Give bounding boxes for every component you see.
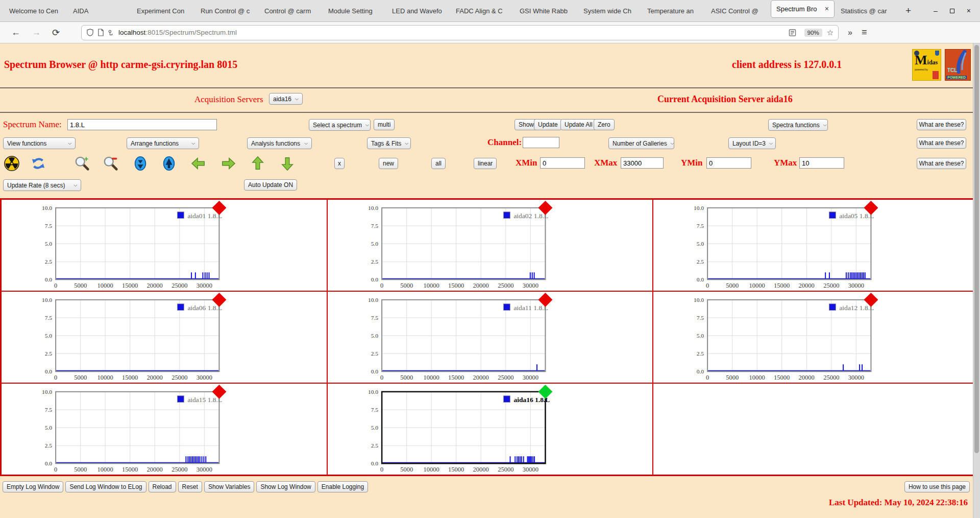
gallery-cell-aida15[interactable]: 0.02.55.07.510.0050001000015000200002500…	[1, 383, 327, 475]
footer-button-show-variables[interactable]: Show Variables	[204, 481, 255, 492]
page-scrollbar[interactable]	[973, 43, 980, 518]
browser-tab-7[interactable]: LED and Wavefo	[387, 0, 451, 22]
all-button[interactable]: all	[431, 158, 446, 169]
select-spectrum-dropdown[interactable]: Select a spectrum⌵	[309, 119, 371, 131]
arrange-functions-dropdown[interactable]: Arrange functions⌵	[127, 137, 199, 149]
browser-tab-12[interactable]: ASIC Control @	[706, 0, 770, 22]
browser-tab-4[interactable]: Run Control @ c	[195, 0, 259, 22]
browser-tab-6[interactable]: Module Setting	[323, 0, 387, 22]
legend-marker	[177, 212, 184, 219]
ymax-input[interactable]	[799, 157, 844, 169]
gallery-cell-aida16[interactable]: 0.02.55.07.510.0050001000015000200002500…	[327, 383, 653, 475]
svg-text:20000: 20000	[147, 374, 163, 381]
update-rate-dropdown[interactable]: Update Rate (8 secs)⌵	[3, 179, 81, 191]
tab-close-icon[interactable]: ×	[822, 1, 829, 17]
number-of-galleries-dropdown[interactable]: Number of Galleries⌵	[608, 137, 674, 149]
arrow-left-icon[interactable]	[191, 156, 206, 171]
reader-view-icon[interactable]	[789, 29, 796, 36]
tab-strip: Welcome to CenAIDAExperiment ConRun Cont…	[4, 0, 899, 22]
what-are-these-button-1[interactable]: What are these?	[917, 119, 966, 130]
browser-tab-2[interactable]: AIDA	[68, 0, 132, 22]
arrow-up-icon[interactable]	[250, 156, 265, 171]
refresh-icon[interactable]	[31, 156, 46, 171]
spectra-functions-dropdown[interactable]: Spectra functions⌵	[768, 119, 828, 131]
svg-text:25000: 25000	[172, 466, 187, 473]
gallery-cell-aida01[interactable]: 0.02.55.07.510.0050001000015000200002500…	[1, 199, 327, 291]
xmin-input[interactable]	[540, 157, 585, 169]
browser-tab-13[interactable]: Spectrum Bro×	[771, 0, 835, 18]
x-button[interactable]: x	[334, 158, 345, 169]
footer-button-enable-logging[interactable]: Enable Logging	[317, 481, 368, 492]
collapse-icon[interactable]	[133, 156, 148, 171]
footer-button-send-log-window-to-elog[interactable]: Send Log Window to ELog	[65, 481, 146, 492]
hamburger-menu-icon[interactable]: ≡	[862, 27, 867, 38]
tags-fits-dropdown[interactable]: Tags & Fits⌵	[367, 137, 411, 149]
spectrum-name-input[interactable]	[67, 119, 217, 130]
what-are-these-button-2[interactable]: What are these?	[917, 137, 966, 149]
svg-text:30000: 30000	[848, 374, 864, 381]
svg-text:0.0: 0.0	[45, 368, 53, 374]
multi-button[interactable]: multi	[374, 119, 395, 130]
svg-text:5000: 5000	[400, 466, 413, 473]
footer-button-reset[interactable]: Reset	[178, 481, 202, 492]
browser-tab-3[interactable]: Experiment Con	[132, 0, 195, 22]
ymin-input[interactable]	[706, 157, 751, 169]
minimize-icon[interactable]: –	[934, 7, 938, 15]
browser-tab-10[interactable]: System wide Ch	[578, 0, 642, 22]
acquisition-servers-label: Acquisition Servers	[194, 95, 263, 105]
svg-text:5.0: 5.0	[371, 333, 378, 339]
gallery-cell-aida05[interactable]: 0.02.55.07.510.0050001000015000200002500…	[653, 199, 979, 291]
gallery-cell-aida02[interactable]: 0.02.55.07.510.0050001000015000200002500…	[327, 199, 653, 291]
zoom-in-icon[interactable]: +	[75, 156, 90, 171]
reload-icon[interactable]: ⟳	[52, 27, 60, 38]
close-icon[interactable]: ×	[967, 7, 971, 15]
update-all-button[interactable]: Update All	[560, 119, 597, 130]
maximize-icon[interactable]	[950, 9, 954, 13]
page-icon[interactable]	[97, 29, 104, 36]
acquisition-server-select[interactable]: aida16⌵	[269, 93, 303, 105]
gallery-cell-aida11[interactable]: 0.02.55.07.510.0050001000015000200002500…	[327, 291, 653, 383]
zoom-out-icon[interactable]	[103, 156, 118, 171]
zero-button[interactable]: Zero	[594, 119, 615, 130]
footer-button-show-log-window[interactable]: Show Log Window	[256, 481, 315, 492]
browser-tab-8[interactable]: FADC Align & C	[451, 0, 514, 22]
scrollbar-thumb[interactable]	[974, 45, 979, 453]
browser-tab-1[interactable]: Welcome to Cen	[4, 0, 68, 22]
gallery-cell-aida12[interactable]: 0.02.55.07.510.0050001000015000200002500…	[653, 291, 979, 383]
new-button[interactable]: new	[379, 158, 398, 169]
layout-id-dropdown[interactable]: Layout ID=3⌵	[728, 137, 776, 149]
browser-tab-14[interactable]: Statistics @ car	[836, 0, 899, 22]
view-functions-dropdown[interactable]: View functions⌵	[3, 137, 76, 149]
new-tab-button[interactable]: +	[899, 5, 917, 16]
svg-text:2.5: 2.5	[697, 258, 704, 265]
how-to-use-button[interactable]: How to use this page	[904, 481, 970, 492]
svg-text:30000: 30000	[522, 282, 538, 289]
bookmark-star-icon[interactable]: ☆	[827, 28, 834, 37]
browser-tab-5[interactable]: Control @ carm	[259, 0, 323, 22]
update-button[interactable]: Update	[534, 119, 562, 130]
gallery-cell-aida06[interactable]: 0.02.55.07.510.0050001000015000200002500…	[1, 291, 327, 383]
auto-update-button[interactable]: Auto Update ON	[244, 179, 297, 191]
footer-button-empty-log-window[interactable]: Empty Log Window	[3, 481, 63, 492]
linear-button[interactable]: linear	[474, 158, 497, 169]
zoom-level-badge[interactable]: 90%	[804, 29, 822, 37]
browser-tab-9[interactable]: GSI White Rabb	[514, 0, 578, 22]
arrow-right-icon[interactable]	[220, 156, 236, 171]
channel-input[interactable]	[523, 137, 559, 148]
xmax-input[interactable]	[621, 157, 664, 169]
analysis-functions-dropdown[interactable]: Analysis functions⌵	[247, 137, 312, 149]
back-icon[interactable]: ←	[11, 27, 20, 38]
browser-tab-11[interactable]: Temperature an	[642, 0, 706, 22]
svg-text:7.5: 7.5	[697, 315, 704, 321]
spectrum-plot: 0.02.55.07.510.0050001000015000200002500…	[653, 292, 978, 383]
arrow-down-icon[interactable]	[280, 156, 295, 171]
expand-icon[interactable]	[161, 156, 177, 171]
svg-text:15000: 15000	[774, 374, 790, 381]
site-security-icon[interactable]	[108, 29, 115, 36]
footer-button-reload[interactable]: Reload	[149, 481, 176, 492]
shield-icon[interactable]	[86, 29, 94, 36]
what-are-these-button-3[interactable]: What are these?	[917, 158, 966, 169]
overflow-menu-icon[interactable]: »	[848, 28, 852, 37]
radiation-icon[interactable]	[4, 156, 19, 171]
url-bar[interactable]: localhost:8015/Spectrum/Spectrum.tml 90%…	[81, 25, 839, 40]
